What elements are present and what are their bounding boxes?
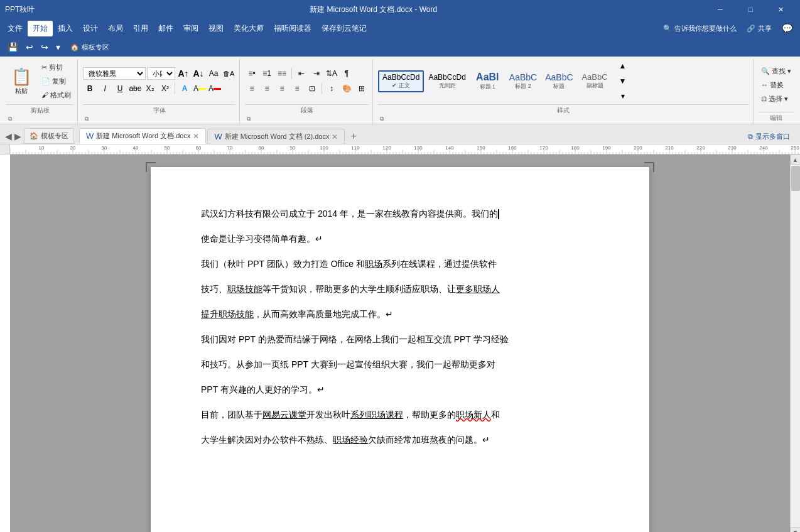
strikethrough-button[interactable]: abc	[128, 82, 142, 95]
tab-doc2-close[interactable]: ✕	[332, 133, 338, 141]
find-button[interactable]: 🔍 查找 ▾	[759, 65, 794, 77]
tab-doc1-close[interactable]: ✕	[193, 132, 199, 141]
replace-button[interactable]: ↔ 替换	[759, 79, 794, 91]
undo-button[interactable]: ↩	[23, 41, 36, 53]
style-title[interactable]: AaBbC 标题	[541, 70, 576, 92]
style-no-spacing[interactable]: AaBbCcDd 无间距	[424, 71, 469, 92]
justify-button[interactable]: ≡	[290, 82, 304, 95]
sort-button[interactable]: ⇅A	[325, 67, 338, 80]
paragraph-3[interactable]: 我们因对 PPT 的热爱而结缘于网络，在网络上我们一起相互交流 PPT 学习经验	[201, 330, 599, 348]
font-color-button[interactable]: A	[208, 82, 222, 95]
svg-text:10: 10	[39, 145, 45, 151]
format-painter-button[interactable]: 🖌 格式刷	[39, 89, 73, 101]
bold-button[interactable]: B	[83, 82, 97, 95]
doc-nav-left[interactable]: ◀	[5, 131, 12, 141]
numbering-button[interactable]: ≡1	[260, 67, 274, 80]
menu-review[interactable]: 审阅	[178, 21, 203, 36]
scroll-up-button[interactable]: ▲	[791, 155, 801, 165]
doc-nav-right[interactable]: ▶	[14, 131, 21, 141]
align-right-button[interactable]: ≡	[275, 82, 289, 95]
minimize-button[interactable]: ─	[706, 0, 735, 19]
template-tab[interactable]: 🏠 模板专区	[24, 128, 74, 144]
superscript-button[interactable]: X²	[158, 82, 172, 95]
font-size-select[interactable]: 小四	[147, 67, 175, 80]
font-grow-button[interactable]: A↑	[176, 67, 190, 80]
paragraph-3c[interactable]: PPT 有兴趣的人更好的学习。↵	[201, 381, 599, 398]
paragraph-2c[interactable]: 提升职场技能，从而高效率高质量地完成工作。↵	[201, 305, 599, 323]
increase-indent-button[interactable]: ⇥	[310, 67, 323, 80]
menu-layout[interactable]: 布局	[103, 21, 128, 36]
tab-doc2[interactable]: W 新建 Microsoft Word 文档 (2).docx ✕	[207, 129, 345, 144]
text-effect-button[interactable]: A	[178, 82, 192, 95]
paragraph-4[interactable]: 目前，团队基于网易云课堂开发出秋叶系列职场课程，帮助更多的职场新人和	[201, 406, 599, 423]
paragraph-expand-icon[interactable]: ⧉	[245, 115, 252, 122]
paragraph-1[interactable]: 武汉幻方科技有限公司成立于 2014 年，是一家在线教育内容提供商。我们的	[201, 205, 599, 222]
style-title-preview: AaBbC	[545, 72, 573, 82]
text-direction-button[interactable]: ⊡	[305, 82, 319, 95]
scroll-down-button[interactable]: ▼	[791, 527, 801, 532]
menu-view[interactable]: 视图	[203, 21, 229, 36]
decrease-indent-button[interactable]: ⇤	[295, 67, 308, 80]
align-center-button[interactable]: ≡	[260, 82, 274, 95]
styles-scroll-up[interactable]: ▲	[616, 59, 630, 73]
menu-file[interactable]: 文件	[3, 21, 28, 36]
paragraph-2b[interactable]: 技巧、职场技能等干货知识，帮助更多的大学生顺利适应职场、让更多职场人	[201, 280, 599, 298]
style-heading2[interactable]: AaBbC 标题 2	[505, 70, 541, 92]
highlight-button[interactable]: A	[193, 82, 207, 95]
menu-design[interactable]: 设计	[78, 21, 103, 36]
customize-qa-button[interactable]: ▾	[53, 41, 63, 53]
clipboard-expand-icon[interactable]: ⧉	[6, 115, 14, 122]
italic-button[interactable]: I	[98, 82, 112, 95]
style-heading1[interactable]: AaBl 标题 1	[470, 70, 505, 93]
menu-mail[interactable]: 邮件	[153, 21, 178, 36]
paragraph-2[interactable]: 我们（秋叶 PPT 团队）致力打造 Office 和职场系列在线课程，通过提供软…	[201, 255, 599, 273]
new-tab-button[interactable]: +	[346, 129, 361, 144]
maximize-button[interactable]: □	[736, 0, 765, 19]
styles-expand[interactable]: ▾	[616, 89, 630, 103]
menu-home[interactable]: 开始	[28, 21, 53, 36]
styles-expand-icon[interactable]: ⧉	[378, 115, 386, 122]
comment-button[interactable]: 💬	[777, 23, 797, 33]
font-expand-icon[interactable]: ⧉	[83, 115, 90, 122]
subscript-button[interactable]: X₂	[143, 82, 157, 95]
clear-format-button[interactable]: 🗑A	[222, 67, 235, 80]
paragraph-4b[interactable]: 大学生解决因对办公软件不熟练、职场经验欠缺而经常加班熬夜的问题。↵	[201, 431, 599, 448]
border-button[interactable]: ⊞	[355, 82, 369, 95]
menu-reader[interactable]: 福听阅读器	[269, 21, 316, 36]
menu-beautify[interactable]: 美化大师	[229, 21, 269, 36]
display-multiwindow-button[interactable]: ⧉ 显示多窗口	[743, 129, 795, 144]
font-shrink-button[interactable]: A↓	[192, 67, 205, 80]
styles-scroll-down[interactable]: ▼	[616, 74, 630, 88]
menu-insert[interactable]: 插入	[53, 21, 78, 36]
font-name-select[interactable]: 微软雅黑	[83, 67, 146, 80]
align-left-button[interactable]: ≡	[245, 82, 259, 95]
copy-button[interactable]: 📄 复制	[39, 75, 73, 87]
line-spacing-button[interactable]: ↕	[325, 82, 338, 95]
show-marks-button[interactable]: ¶	[340, 67, 354, 80]
style-normal[interactable]: AaBbCcDd ✔ 正文	[378, 70, 424, 92]
style-subtitle[interactable]: AaBbC 副标题	[578, 70, 612, 92]
document-area[interactable]: 武汉幻方科技有限公司成立于 2014 年，是一家在线教育内容提供商。我们的 使命…	[10, 155, 790, 532]
paragraph-3b[interactable]: 和技巧。从参加一页纸 PPT 大赛到一起宣传组织大赛，我们一起帮助更多对	[201, 356, 599, 373]
search-field[interactable]: 🔍 告诉我你想要做什么	[658, 24, 742, 33]
change-case-button[interactable]: Aa	[207, 67, 220, 80]
paste-button[interactable]: 📋 粘贴	[6, 61, 36, 101]
select-button[interactable]: ⊡ 选择 ▾	[759, 92, 794, 105]
bullets-button[interactable]: ≡•	[245, 67, 259, 80]
multilevel-button[interactable]: ≡≡	[275, 67, 289, 80]
template-area-button[interactable]: 🏠 模板专区	[70, 43, 109, 52]
document-page[interactable]: 武汉幻方科技有限公司成立于 2014 年，是一家在线教育内容提供商。我们的 使命…	[151, 167, 649, 532]
menu-references[interactable]: 引用	[128, 21, 153, 36]
redo-button[interactable]: ↪	[38, 41, 51, 53]
share-button[interactable]: 🔗 共享	[742, 24, 777, 33]
vertical-scrollbar[interactable]: ▲ ▼	[790, 155, 800, 532]
paragraph-1b[interactable]: 使命是让学习变得简单有趣。↵	[201, 230, 599, 247]
menu-cloud[interactable]: 保存到云笔记	[316, 21, 372, 36]
save-button[interactable]: 💾	[5, 41, 21, 53]
cut-button[interactable]: ✂ 剪切	[39, 61, 73, 73]
underline-button[interactable]: U	[113, 82, 127, 95]
shading-button[interactable]: 🎨	[340, 82, 354, 95]
scroll-thumb[interactable]	[791, 166, 800, 191]
close-button[interactable]: ✕	[766, 0, 795, 19]
tab-doc1[interactable]: W 新建 Microsoft Word 文档.docx ✕	[79, 128, 206, 144]
